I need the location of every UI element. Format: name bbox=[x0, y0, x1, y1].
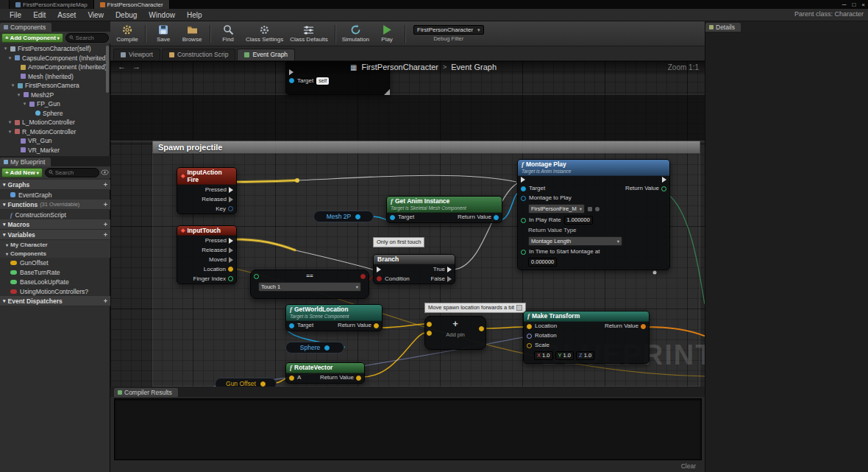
wire-obj-mesh2p[interactable] bbox=[372, 216, 388, 220]
maximize-icon[interactable]: □ bbox=[852, 1, 855, 8]
breadcrumb-root[interactable]: FirstPersonCharacter bbox=[361, 63, 438, 71]
pin-in-play-rate[interactable] bbox=[521, 218, 526, 223]
pin-exec-pressed[interactable] bbox=[229, 187, 233, 193]
pin-a-in[interactable] bbox=[289, 376, 294, 381]
my-blueprint-search-input[interactable] bbox=[55, 169, 96, 176]
scale-x-field[interactable]: X 1.0 bbox=[534, 351, 553, 360]
montage-asset-dropdown[interactable]: FirstPersonFire_M▾ bbox=[528, 204, 585, 214]
menu-debug[interactable]: Debug bbox=[110, 10, 142, 20]
pin-mesh2p-out[interactable] bbox=[355, 214, 360, 219]
wire-vec-rotatevector[interactable] bbox=[362, 333, 424, 377]
find-button[interactable]: Find bbox=[217, 24, 239, 43]
scale-z-field[interactable]: Z 1.0 bbox=[576, 351, 594, 360]
tree-item-vr-gun[interactable]: VR_Gun bbox=[0, 136, 110, 146]
node-branch[interactable]: Branch True ConditionFalse bbox=[373, 254, 455, 284]
item-eventgraph[interactable]: EventGraph bbox=[0, 190, 110, 200]
pin-finger-index[interactable] bbox=[228, 276, 233, 281]
node-rotatevector[interactable]: fRotateVector AReturn Value bbox=[285, 362, 365, 384]
window-tab-character[interactable]: FirstPersonCharacter bbox=[94, 0, 170, 9]
pin-return-out[interactable] bbox=[641, 324, 646, 329]
tree-item-arrowcomponent[interactable]: ArrowComponent (Inherited) bbox=[0, 63, 110, 72]
menu-asset[interactable]: Asset bbox=[52, 10, 81, 20]
tab-event-graph[interactable]: Event Graph bbox=[237, 49, 295, 60]
category-components[interactable]: ▾Components bbox=[0, 249, 110, 258]
item-gunoffset[interactable]: GunOffset bbox=[0, 258, 110, 267]
pin-exec-false[interactable] bbox=[447, 276, 452, 282]
tab-details[interactable]: Details bbox=[705, 23, 741, 32]
item-baseturnrate[interactable]: BaseTurnRate bbox=[0, 267, 110, 277]
return-value-type-dropdown[interactable]: Montage Length▾ bbox=[528, 236, 622, 246]
pin-equal-a[interactable] bbox=[254, 274, 259, 279]
tab-my-blueprint[interactable]: My Blueprint bbox=[0, 158, 51, 166]
section-variables[interactable]: ▾Variables+ bbox=[0, 230, 110, 240]
eye-filter-icon[interactable] bbox=[101, 169, 109, 175]
pin-location-in[interactable] bbox=[527, 324, 532, 329]
tab-components[interactable]: Components bbox=[0, 23, 51, 32]
touch-index-dropdown[interactable]: Touch 1 ▾ bbox=[258, 282, 361, 292]
components-search-box[interactable] bbox=[65, 33, 109, 43]
pin-exec-pressed[interactable] bbox=[229, 238, 233, 244]
class-settings-button[interactable]: Class Settings bbox=[246, 24, 283, 43]
menu-edit[interactable]: Edit bbox=[28, 10, 51, 20]
node-getworldlocation[interactable]: fGetWorldLocationTarget is Scene Compone… bbox=[285, 304, 383, 331]
pin-exec-in[interactable] bbox=[377, 267, 381, 272]
in-time-field[interactable]: 0.000000 bbox=[528, 258, 557, 267]
pin-montage-to-play[interactable] bbox=[521, 196, 526, 201]
pin-return-out[interactable] bbox=[661, 186, 666, 191]
node-get-anim-instance[interactable]: fGet Anim InstanceTarget is Skeletal Mes… bbox=[386, 196, 502, 223]
node-vector-add[interactable]: + Add pin bbox=[424, 316, 486, 350]
section-functions[interactable]: ▾Functions(31 Overridable)+ bbox=[0, 200, 110, 210]
compile-button[interactable]: Compile bbox=[116, 24, 138, 43]
tab-construction-script[interactable]: Construction Scrip bbox=[162, 49, 235, 60]
pin-location[interactable] bbox=[228, 267, 233, 272]
pin-gunoffset-out[interactable] bbox=[260, 381, 266, 387]
pin-exec-out[interactable] bbox=[662, 177, 666, 183]
wire-exec-touch-pressed[interactable] bbox=[232, 239, 296, 250]
pin-target-in[interactable] bbox=[390, 215, 395, 220]
pin-return-out[interactable] bbox=[356, 376, 361, 381]
components-search-input[interactable] bbox=[75, 35, 105, 41]
tree-item-fp-gun[interactable]: ▾FP_Gun bbox=[0, 99, 110, 109]
tree-item-vr-marker[interactable]: VR_Marker bbox=[0, 146, 110, 155]
pin-key[interactable] bbox=[228, 206, 233, 211]
category-my-character[interactable]: ▾My Character bbox=[0, 240, 110, 249]
pin-exec-true[interactable] bbox=[447, 267, 452, 272]
pin-condition[interactable] bbox=[377, 276, 382, 281]
item-constructionscript[interactable]: fConstructionScript bbox=[0, 210, 110, 219]
components-scrollbar[interactable] bbox=[106, 46, 109, 93]
pin-equal-out[interactable] bbox=[360, 274, 366, 279]
pin-add-b[interactable] bbox=[427, 331, 432, 336]
tree-item-firstpersoncamera[interactable]: ▾FirstPersonCamera bbox=[0, 81, 110, 91]
tree-item-capsulecomponent[interactable]: ▾CapsuleComponent (Inherited) bbox=[0, 54, 110, 63]
pin-in-time[interactable] bbox=[521, 250, 526, 255]
node-make-transform[interactable]: fMake Transform LocationReturn Value Rot… bbox=[523, 311, 650, 364]
node-inputtouch[interactable]: ◆InputTouch Pressed Released Moved Locat… bbox=[177, 225, 237, 284]
pin-return-out[interactable] bbox=[494, 215, 499, 220]
node-inputaction-fire[interactable]: ◆InputAction Fire Pressed Released Key bbox=[177, 167, 237, 214]
item-baselookuprate[interactable]: BaseLookUpRate bbox=[0, 277, 110, 286]
pin-return-out[interactable] bbox=[374, 323, 379, 328]
menu-help[interactable]: Help bbox=[182, 10, 207, 20]
pin-exec-moved[interactable] bbox=[229, 257, 233, 263]
breadcrumb-current[interactable]: Event Graph bbox=[451, 63, 497, 71]
wire-exec-to-branch[interactable] bbox=[296, 250, 373, 270]
browse-button[interactable]: Browse bbox=[181, 24, 203, 43]
pin-add-out[interactable] bbox=[479, 326, 484, 331]
add-variable-button[interactable]: + bbox=[104, 231, 107, 239]
pin-target-in[interactable] bbox=[289, 78, 294, 83]
pin-add-a[interactable] bbox=[427, 322, 432, 327]
asset-use-selected-icon[interactable] bbox=[595, 207, 600, 211]
save-button[interactable]: Save bbox=[152, 24, 174, 43]
back-icon[interactable]: ← bbox=[118, 62, 126, 71]
menu-view[interactable]: View bbox=[82, 10, 109, 20]
wire-transform-return[interactable] bbox=[647, 327, 705, 337]
add-function-button[interactable]: + bbox=[104, 201, 107, 208]
pin-target-in[interactable] bbox=[521, 186, 526, 191]
pin-scale-in[interactable] bbox=[527, 343, 532, 348]
pin-exec-released[interactable] bbox=[229, 197, 233, 202]
bubble-pin-icon[interactable] bbox=[516, 305, 522, 311]
pin-exec-released[interactable] bbox=[229, 247, 233, 253]
section-macros[interactable]: ▾Macros+ bbox=[0, 219, 110, 230]
tree-item-mesh2p[interactable]: ▾Mesh2P bbox=[0, 91, 110, 100]
window-tab-map[interactable]: FirstPersonExampleMap bbox=[10, 0, 94, 9]
